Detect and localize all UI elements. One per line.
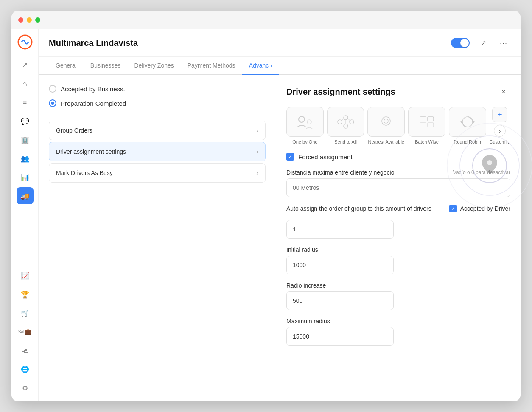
radio-increase-label: Radio increase <box>286 282 326 289</box>
more-button[interactable]: ··· <box>497 36 510 50</box>
sidebar-icon-settings[interactable]: ⚙ <box>17 379 34 396</box>
map-visual <box>443 119 521 212</box>
svg-point-2 <box>307 120 311 124</box>
auto-assign-count-group <box>286 220 510 239</box>
maximum-radius-header: Maximum radius <box>286 318 510 325</box>
sidebar-icon-analytics[interactable]: 📈 <box>17 267 34 284</box>
svg-rect-19 <box>428 123 434 127</box>
initial-radius-label: Initial radius <box>286 246 318 253</box>
radio-preparation-completed[interactable]: Preparation Completed <box>49 99 266 107</box>
sidebar-icon-delivery[interactable]: 🚚 <box>17 187 34 204</box>
main-content: Multimarca Lindavista ⤢ ··· General Busi… <box>39 29 521 401</box>
radio-circle-accepted <box>49 85 56 93</box>
sidebar-icon-external-link[interactable]: ↗ <box>17 56 34 73</box>
radio-increase-input[interactable] <box>286 291 394 310</box>
dot-minimize[interactable] <box>27 17 32 23</box>
auto-assign-field: Auto assign the order of group to this a… <box>286 205 441 212</box>
sidebar-icon-users[interactable]: 👥 <box>17 150 34 167</box>
tab-payment-methods[interactable]: Payment Methods <box>181 57 242 75</box>
forced-assignment-label: Forced assignment <box>298 153 353 161</box>
radio-increase-group: Radio increase <box>286 282 510 310</box>
forced-assignment-checkbox[interactable]: ✓ <box>286 153 294 161</box>
dot-close[interactable] <box>18 17 23 23</box>
card-icon-nearest-available <box>367 107 405 137</box>
card-label-one-by-one: One by One <box>292 139 317 144</box>
card-icon-one-by-one <box>286 107 324 137</box>
initial-radius-input[interactable] <box>286 256 394 274</box>
app-window: ↗ ⌂ ≡ 💬 🏢 👥 📊 🚚 <box>11 11 521 401</box>
radio-accepted-by-business[interactable]: Accepted by Business. <box>49 85 266 93</box>
svg-point-1 <box>299 116 305 122</box>
titlebar <box>11 11 521 29</box>
sidebar-bottom: 📈 🏆 🛒 Sal 💼 🛍 🌐 <box>17 267 34 396</box>
svg-line-8 <box>348 119 350 121</box>
auto-assign-label: Auto assign the order of group to this a… <box>286 205 431 212</box>
driver-assignment-title: Driver assignment settings <box>286 87 395 97</box>
sidebar-icon-globe[interactable]: 🌐 <box>17 361 34 378</box>
initial-radius-group: Initial radius <box>286 246 510 274</box>
tab-general[interactable]: General <box>49 57 84 75</box>
tab-advanced[interactable]: Advanc › <box>242 57 279 75</box>
card-one-by-one[interactable]: One by One <box>286 107 324 144</box>
sidebar-icon-cart[interactable]: 🛒 <box>17 305 34 322</box>
expand-button[interactable]: ⤢ <box>476 36 490 50</box>
left-panel: Accepted by Business. Preparation Comple… <box>39 75 276 401</box>
svg-point-11 <box>384 119 388 123</box>
tab-businesses[interactable]: Businesses <box>84 57 128 75</box>
maximum-radius-input[interactable] <box>286 327 394 346</box>
header: Multimarca Lindavista ⤢ ··· <box>39 29 521 57</box>
maximum-radius-group: Maximum radius <box>286 318 510 346</box>
svg-point-10 <box>382 117 390 125</box>
card-nearest-available[interactable]: Nearest Available <box>367 107 405 144</box>
card-label-nearest-available: Nearest Available <box>368 139 404 144</box>
svg-rect-16 <box>420 117 426 121</box>
sidebar: ↗ ⌂ ≡ 💬 🏢 👥 📊 🚚 <box>11 29 39 401</box>
menu-item-driver-assignment[interactable]: Driver assignment settings › <box>49 142 266 161</box>
sidebar-logo <box>17 34 33 51</box>
sidebar-icon-home[interactable]: ⌂ <box>17 75 34 92</box>
tab-delivery-zones[interactable]: Delivery Zones <box>127 57 180 75</box>
card-label-batch-wise: Batch Wise <box>415 139 439 144</box>
close-button[interactable]: × <box>497 85 510 99</box>
svg-rect-18 <box>420 123 426 127</box>
toggle-switch[interactable] <box>451 38 470 48</box>
chevron-icon-group-orders: › <box>256 127 258 134</box>
menu-item-group-orders[interactable]: Group Orders › <box>49 121 266 140</box>
max-distance-label: Distancia máxima entre cliente y negocio <box>286 169 394 176</box>
card-send-to-all[interactable]: Send to All <box>327 107 364 144</box>
svg-point-3 <box>338 120 342 124</box>
svg-point-4 <box>344 116 348 120</box>
card-label-send-to-all: Send to All <box>334 139 357 144</box>
svg-line-7 <box>342 119 343 121</box>
card-icon-batch-wise <box>408 107 445 137</box>
panel-header: Driver assignment settings × <box>286 85 510 99</box>
sidebar-icon-bag[interactable]: 🛍 <box>17 342 34 359</box>
radio-circle-preparation <box>49 99 56 107</box>
radio-label-accepted: Accepted by Business. <box>61 85 125 93</box>
sidebar-icon-chart[interactable]: 📊 <box>17 169 34 186</box>
right-panel: Driver assignment settings × <box>276 75 521 401</box>
tabs-bar: General Businesses Delivery Zones Paymen… <box>39 57 521 75</box>
svg-rect-17 <box>428 117 434 121</box>
menu-list: Group Orders › Driver assignment setting… <box>49 121 266 183</box>
svg-point-26 <box>487 160 492 165</box>
sidebar-icon-sales[interactable]: Sal 💼 <box>17 323 34 340</box>
initial-radius-header: Initial radius <box>286 246 510 253</box>
radio-label-preparation: Preparation Completed <box>61 100 126 107</box>
chevron-icon-mark-drivers: › <box>256 169 258 176</box>
sidebar-icon-chat[interactable]: 💬 <box>17 113 34 130</box>
page-title: Multimarca Lindavista <box>49 38 444 48</box>
card-batch-wise[interactable]: Batch Wise <box>408 107 445 144</box>
maximum-radius-label: Maximum radius <box>286 318 330 325</box>
card-icon-send-to-all <box>327 107 364 137</box>
sidebar-icon-rewards[interactable]: 🏆 <box>17 286 34 303</box>
chevron-icon-driver-assignment: › <box>256 148 258 155</box>
svg-point-6 <box>344 124 348 128</box>
radio-increase-header: Radio increase <box>286 282 510 289</box>
auto-assign-count-input[interactable] <box>286 220 394 239</box>
content-area: Accepted by Business. Preparation Comple… <box>39 75 521 401</box>
sidebar-icon-list[interactable]: ≡ <box>17 94 34 111</box>
sidebar-icon-building[interactable]: 🏢 <box>17 131 34 148</box>
menu-item-mark-drivers[interactable]: Mark Drivers As Busy › <box>49 163 266 183</box>
dot-maximize[interactable] <box>35 17 40 23</box>
